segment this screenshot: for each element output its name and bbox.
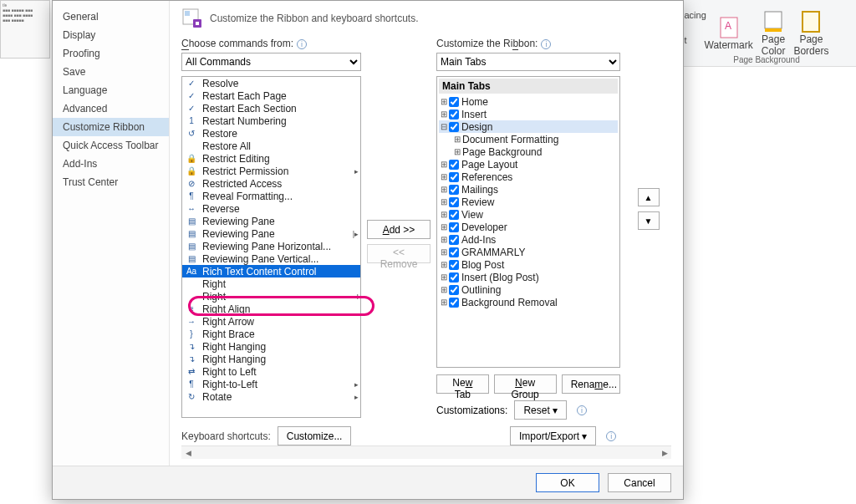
tree-item[interactable]: ⊞References (439, 171, 618, 183)
tree-twisty[interactable]: ⊞ (439, 172, 448, 181)
command-item[interactable]: ✓Resolve (182, 77, 360, 89)
category-item[interactable]: Save (53, 63, 169, 81)
command-item[interactable]: Restore All (182, 140, 360, 152)
tree-checkbox[interactable] (449, 97, 459, 107)
tree-checkbox[interactable] (449, 197, 459, 207)
commands-listbox[interactable]: ✓Resolve✓Restart Each Page✓Restart Each … (181, 76, 361, 418)
category-item[interactable]: Advanced (53, 99, 169, 118)
command-item[interactable]: ⊘Restricted Access (182, 177, 360, 190)
tree-twisty[interactable]: ⊞ (439, 260, 448, 269)
command-item[interactable]: ↴Right Hanging (182, 340, 360, 353)
command-item[interactable]: ▤Reviewing Pane Vertical... (182, 252, 360, 265)
tree-item[interactable]: ⊞Add-Ins (439, 233, 618, 246)
new-tab-button[interactable]: New Tab (436, 374, 489, 394)
tree-twisty[interactable]: ⊞ (452, 135, 461, 144)
tree-twisty[interactable]: ⊞ (439, 197, 448, 206)
tree-checkbox[interactable] (449, 272, 459, 283)
import-export-button[interactable]: Import/Export ▾ (510, 426, 596, 445)
horizontal-scrollbar[interactable]: ◀ ▶ (181, 445, 671, 459)
tree-item[interactable]: ⊞Blog Post (439, 258, 618, 271)
command-item[interactable]: ▤Reviewing Pane Horizontal... (182, 240, 360, 252)
page-borders-button[interactable]: Page Borders (790, 8, 832, 59)
command-item[interactable]: →Right Arrow (182, 315, 360, 328)
command-item[interactable]: ↻Rotate▸ (182, 390, 360, 403)
tree-item[interactable]: ⊞Document Formatting (439, 133, 618, 145)
category-item[interactable]: Proofing (53, 44, 169, 63)
tree-item[interactable]: ⊞Background Removal (439, 296, 618, 308)
command-item[interactable]: ¶Right-to-Left▸ (182, 378, 360, 390)
tree-item[interactable]: ⊞GRAMMARLY (439, 246, 618, 258)
tree-twisty[interactable]: ⊞ (439, 210, 448, 219)
tree-item[interactable]: ⊞Mailings (439, 183, 618, 196)
category-list[interactable]: GeneralDisplayProofingSaveLanguageAdvanc… (53, 1, 170, 466)
category-item[interactable]: General (53, 8, 169, 26)
tree-twisty[interactable]: ⊞ (439, 160, 448, 169)
command-item[interactable]: ↔Reverse (182, 202, 360, 215)
tree-checkbox[interactable] (449, 160, 459, 170)
command-item[interactable]: 🔒Restrict Permission▸ (182, 165, 360, 177)
move-up-button[interactable]: ▲ (638, 188, 660, 206)
command-item[interactable]: ▤Reviewing Pane|▸ (182, 227, 360, 240)
tree-checkbox[interactable] (449, 109, 459, 120)
command-item[interactable]: ↺Restore (182, 127, 360, 140)
new-group-button[interactable]: New Group (494, 374, 557, 394)
help-icon[interactable]: i (541, 39, 551, 49)
customize-shortcuts-button[interactable]: Customize... (278, 426, 352, 445)
tree-twisty[interactable]: ⊞ (439, 298, 448, 307)
tree-item[interactable]: ⊞Review (439, 196, 618, 208)
watermark-button[interactable]: A Watermark (701, 14, 757, 53)
cancel-button[interactable]: Cancel (608, 473, 671, 492)
tree-item[interactable]: ⊞Developer (439, 221, 618, 233)
ribbon-tree[interactable]: Main Tabs⊞Home⊞Insert⊟Design⊞Document Fo… (436, 76, 620, 368)
tree-twisty[interactable]: ⊞ (452, 147, 461, 156)
command-item[interactable]: ↴Right Hanging (182, 353, 360, 365)
category-item[interactable]: Trust Center (53, 173, 169, 191)
command-item[interactable]: AaRich Text Content Control (182, 265, 360, 277)
move-down-button[interactable]: ▼ (638, 211, 660, 230)
page-color-button[interactable]: Page Color (758, 8, 789, 59)
category-item[interactable]: Customize Ribbon (53, 118, 169, 136)
tree-checkbox[interactable] (449, 235, 459, 245)
command-item[interactable]: Right (182, 277, 360, 290)
command-item[interactable]: }Right Brace (182, 328, 360, 340)
tree-item[interactable]: ⊞Page Layout (439, 158, 618, 171)
category-item[interactable]: Language (53, 81, 169, 99)
rename-button[interactable]: Rename... (562, 374, 620, 394)
customize-ribbon-combo[interactable]: Main Tabs (436, 53, 620, 71)
tree-item[interactable]: ⊞Insert (Blog Post) (439, 271, 618, 283)
command-item[interactable]: ✓Restart Each Section (182, 102, 360, 115)
reset-button[interactable]: Reset ▾ (514, 400, 567, 420)
command-item[interactable]: ▤Reviewing Pane (182, 215, 360, 227)
command-item[interactable]: ⇄Right to Left (182, 365, 360, 378)
tree-twisty[interactable]: ⊟ (439, 122, 448, 131)
help-icon[interactable]: i (606, 431, 616, 441)
command-item[interactable]: ≡Right Align (182, 303, 360, 315)
tree-checkbox[interactable] (449, 260, 459, 270)
tree-item[interactable]: ⊞View (439, 208, 618, 221)
tree-twisty[interactable]: ⊞ (439, 185, 448, 194)
help-icon[interactable]: i (297, 39, 307, 49)
tree-checkbox[interactable] (449, 285, 459, 295)
tree-twisty[interactable]: ⊞ (439, 235, 448, 244)
tree-checkbox[interactable] (449, 247, 459, 257)
tree-checkbox[interactable] (449, 185, 459, 195)
tree-twisty[interactable]: ⊞ (439, 272, 448, 282)
tree-item[interactable]: ⊞Insert (439, 108, 618, 120)
tree-twisty[interactable]: ⊞ (439, 97, 448, 106)
choose-commands-combo[interactable]: All Commands (181, 53, 361, 71)
tree-item[interactable]: ⊞Outlining (439, 283, 618, 296)
command-item[interactable]: ¶Reveal Formatting... (182, 190, 360, 202)
scroll-right-button[interactable]: ▶ (658, 446, 671, 459)
category-item[interactable]: Quick Access Toolbar (53, 136, 169, 155)
tree-twisty[interactable]: ⊞ (439, 285, 448, 294)
category-item[interactable]: Display (53, 26, 169, 44)
tree-item[interactable]: ⊞Page Background (439, 145, 618, 158)
tree-item[interactable]: ⊞Home (439, 95, 618, 108)
tree-checkbox[interactable] (449, 172, 459, 182)
add-button[interactable]: Add >> (367, 220, 431, 239)
command-item[interactable]: RightI (182, 290, 360, 303)
tree-checkbox[interactable] (449, 210, 459, 220)
tree-checkbox[interactable] (449, 298, 459, 308)
tree-twisty[interactable]: ⊞ (439, 222, 448, 232)
tree-checkbox[interactable] (449, 222, 459, 232)
